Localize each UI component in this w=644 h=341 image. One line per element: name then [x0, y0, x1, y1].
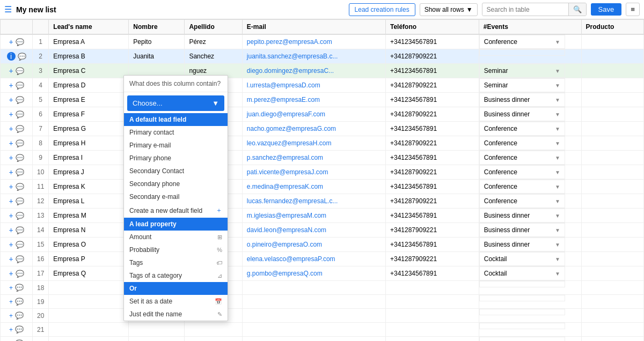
chat-icon[interactable]: 💬	[15, 284, 24, 292]
telefono-cell[interactable]: +341287909221	[385, 194, 479, 209]
add-icon[interactable]: +	[9, 226, 13, 234]
producto-cell[interactable]	[581, 180, 643, 194]
events-cell[interactable]: Conference▼	[479, 122, 565, 136]
lead-name-cell[interactable]: Empresa O	[49, 238, 129, 252]
chat-icon[interactable]: 💬	[16, 226, 24, 234]
email-cell[interactable]: m.iglesias@empresaM.com	[242, 209, 385, 223]
telefono-cell[interactable]	[385, 295, 479, 309]
dropdown-item-secondary-phone[interactable]: Secondary phone	[124, 177, 228, 190]
producto-cell[interactable]	[581, 107, 643, 122]
lead-name-cell[interactable]: Empresa P	[49, 252, 129, 266]
producto-cell[interactable]	[581, 78, 643, 93]
chat-icon[interactable]: 💬	[16, 270, 24, 278]
search-input[interactable]	[482, 4, 568, 16]
producto-cell[interactable]	[581, 93, 643, 107]
apellido-cell[interactable]: Pérez	[185, 34, 242, 49]
telefono-cell[interactable]	[385, 309, 479, 323]
dropdown-item-edit-name[interactable]: Just edit the name ✎	[124, 308, 228, 321]
lead-name-cell[interactable]	[49, 295, 129, 309]
email-cell[interactable]: juan.diego@empresaF.com	[242, 107, 385, 122]
add-icon[interactable]: +	[9, 269, 13, 278]
dropdown-arrow-icon[interactable]: ▼	[555, 169, 560, 175]
choose-button[interactable]: Choose... ▼	[127, 95, 224, 111]
events-cell[interactable]	[479, 337, 565, 341]
telefono-cell[interactable]: +341287909221	[385, 252, 479, 266]
lead-name-cell[interactable]: Empresa N	[49, 223, 129, 238]
lead-name-cell[interactable]: Empresa Q	[49, 266, 129, 281]
email-cell[interactable]: leo.vazquez@empresaH.com	[242, 136, 385, 151]
telefono-cell[interactable]	[385, 281, 479, 295]
chat-icon[interactable]: 💬	[15, 298, 24, 306]
add-icon[interactable]: +	[9, 284, 13, 292]
producto-cell[interactable]	[581, 64, 643, 78]
email-cell[interactable]	[242, 337, 385, 342]
dropdown-item-tags[interactable]: Tags 🏷	[124, 256, 228, 269]
chat-icon[interactable]: 💬	[15, 312, 24, 320]
email-cell[interactable]: g.pombo@empresaQ.com	[242, 266, 385, 281]
email-cell[interactable]: juanita.sanchez@empresaB.c...	[242, 49, 385, 64]
producto-cell[interactable]	[581, 34, 643, 49]
producto-cell[interactable]	[581, 165, 643, 180]
events-cell[interactable]	[479, 49, 565, 56]
telefono-cell[interactable]: +341287909221	[385, 136, 479, 151]
telefono-cell[interactable]	[385, 337, 479, 342]
lead-name-cell[interactable]: Empresa A	[49, 34, 129, 49]
dropdown-arrow-icon[interactable]: ▼	[555, 126, 560, 132]
producto-cell[interactable]	[581, 337, 643, 342]
add-icon[interactable]: +	[9, 211, 13, 220]
events-cell[interactable]: Conference▼	[479, 165, 565, 179]
producto-cell[interactable]	[581, 238, 643, 252]
lead-name-cell[interactable]: Empresa F	[49, 107, 129, 122]
dropdown-item-amount[interactable]: Amount ⊞	[124, 231, 228, 243]
menu-button[interactable]: ≡	[626, 3, 640, 16]
lead-name-cell[interactable]: Empresa I	[49, 151, 129, 165]
events-cell[interactable]: Business dinner▼	[479, 238, 565, 251]
chat-icon[interactable]: 💬	[16, 183, 24, 191]
producto-cell[interactable]	[581, 266, 643, 281]
email-cell[interactable]: nacho.gomez@empresaG.com	[242, 122, 385, 136]
telefono-cell[interactable]: +341234567891	[385, 122, 479, 136]
dropdown-arrow-icon[interactable]: ▼	[555, 112, 560, 117]
producto-cell[interactable]	[581, 252, 643, 266]
chat-icon[interactable]: 💬	[16, 125, 24, 133]
lead-name-cell[interactable]	[49, 309, 129, 323]
email-cell[interactable]	[242, 309, 385, 323]
telefono-cell[interactable]: +341234567891	[385, 34, 479, 49]
save-button[interactable]: Save	[591, 3, 622, 16]
events-cell[interactable]: Business dinner▼	[479, 107, 565, 121]
apellido-cell[interactable]: Sanchez	[185, 49, 242, 64]
chat-icon[interactable]: 💬	[16, 241, 24, 249]
add-icon[interactable]: +	[9, 182, 13, 191]
dropdown-item-tags-category[interactable]: Tags of a category ⊿	[124, 269, 228, 282]
events-cell[interactable]: Conference▼	[479, 35, 565, 49]
dropdown-arrow-icon[interactable]: ▼	[555, 242, 560, 248]
lead-name-cell[interactable]: Empresa J	[49, 165, 129, 180]
dropdown-item-primary-contact[interactable]: Primary contact	[124, 126, 228, 139]
chat-icon[interactable]: 💬	[16, 110, 24, 118]
add-icon[interactable]: +	[9, 66, 13, 75]
chat-icon[interactable]: 💬	[18, 53, 26, 61]
chat-icon[interactable]: 💬	[16, 168, 24, 176]
dropdown-arrow-icon[interactable]: ▼	[555, 68, 560, 74]
apellido-cell[interactable]	[185, 337, 242, 342]
events-cell[interactable]: Conference▼	[479, 151, 565, 165]
lead-name-cell[interactable]	[49, 281, 129, 295]
email-cell[interactable]	[242, 295, 385, 309]
email-cell[interactable]	[242, 281, 385, 295]
lead-name-cell[interactable]: Empresa G	[49, 122, 129, 136]
dropdown-arrow-icon[interactable]: ▼	[555, 140, 560, 146]
dropdown-item-primary-email[interactable]: Primary e-mail	[124, 139, 228, 152]
lead-name-cell[interactable]: Empresa C	[49, 64, 129, 78]
show-all-button[interactable]: Show all rows ▼	[420, 3, 478, 16]
telefono-cell[interactable]: +341287909221	[385, 107, 479, 122]
events-cell[interactable]	[479, 295, 565, 301]
events-cell[interactable]: Conference▼	[479, 136, 565, 150]
dropdown-item-secondary-contact[interactable]: Secondary Contact	[124, 165, 228, 177]
add-icon[interactable]: +	[9, 95, 13, 104]
chat-icon[interactable]: 💬	[16, 139, 24, 147]
events-cell[interactable]: Business dinner▼	[479, 209, 565, 223]
telefono-cell[interactable]: +341287909221	[385, 49, 479, 64]
dropdown-item-primary-phone[interactable]: Primary phone	[124, 152, 228, 165]
telefono-cell[interactable]: +341234567891	[385, 151, 479, 165]
create-new-field-item[interactable]: Create a new default field ＋	[124, 203, 228, 218]
